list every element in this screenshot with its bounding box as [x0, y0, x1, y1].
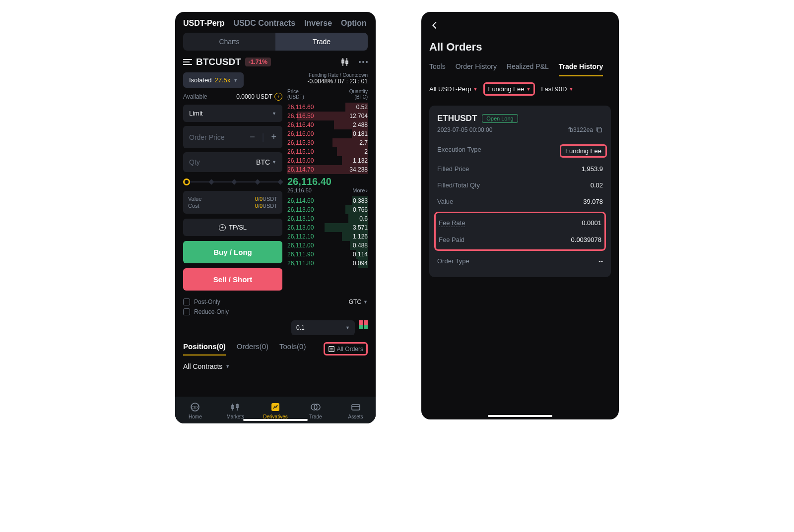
- card-timestamp: 2023-07-05 00:00:00: [437, 126, 492, 133]
- orderbook-row[interactable]: 26,115.001.132: [287, 156, 368, 165]
- card-row: Fee Paid0.0039078: [439, 232, 601, 248]
- positions-tab[interactable]: Tools(0): [279, 342, 306, 355]
- value-cost-box: Value0/0USDT Cost0/0USDT: [183, 191, 282, 214]
- card-symbol: ETHUSDT: [437, 114, 477, 123]
- copy-icon[interactable]: [596, 126, 603, 133]
- all-contracts-filter[interactable]: All Contracts▼: [175, 357, 376, 375]
- orderbook-row[interactable]: 26,113.600.766: [287, 205, 368, 214]
- pair-symbol[interactable]: BTCUSDT: [196, 57, 241, 67]
- card-row: Execution TypeFunding Fee: [437, 141, 603, 161]
- orderbook-row[interactable]: 26,111.900.114: [287, 250, 368, 259]
- history-tab[interactable]: Realized P&L: [507, 62, 549, 76]
- history-tab[interactable]: Tools: [429, 62, 446, 76]
- orderbook-panel: Funding Rate / Countdown -0.0048% / 07 :…: [287, 72, 368, 296]
- history-tab[interactable]: Trade History: [559, 62, 603, 76]
- orderbook-row[interactable]: 26,113.003.571: [287, 223, 368, 232]
- funding-label: Funding Rate / Countdown: [287, 72, 368, 78]
- funding-value: -0.0048% / 07 : 23 : 01: [287, 78, 368, 85]
- orderbook-row[interactable]: 26,112.101.126: [287, 232, 368, 241]
- add-funds-icon[interactable]: +: [274, 93, 282, 101]
- more-link[interactable]: More ›: [352, 187, 368, 193]
- segment-tab[interactable]: Charts: [183, 33, 275, 51]
- bottom-nav-item[interactable]: Derivatives: [256, 402, 296, 419]
- top-nav-tab[interactable]: USDC Contracts: [234, 19, 295, 28]
- home-indicator: [488, 415, 552, 417]
- position-side-badge: Open Long: [482, 114, 518, 123]
- orderbook-header: Price(USDT) Quantity(BTC): [287, 89, 368, 100]
- card-row: Fee Rate0.0001: [439, 215, 601, 232]
- margin-leverage-pill[interactable]: Isolated 27.5x ▼: [183, 72, 244, 88]
- orderbook-row[interactable]: 26,115.302.7: [287, 138, 368, 147]
- orderbook-row[interactable]: 26,112.000.488: [287, 241, 368, 250]
- price-step-select[interactable]: 0.1▼: [291, 320, 355, 335]
- all-orders-button[interactable]: All Orders: [324, 342, 368, 355]
- filter-dropdown[interactable]: All USDT-Perp ▼: [429, 85, 477, 93]
- home-indicator: [243, 419, 308, 421]
- top-nav-tab[interactable]: Option: [341, 19, 367, 28]
- order-price-input[interactable]: Order Price −|+: [183, 126, 282, 148]
- card-row: Order Type--: [437, 253, 603, 269]
- bottom-nav-item[interactable]: CEXHome: [175, 402, 215, 419]
- card-row: Filled Price1,953.9: [437, 161, 603, 177]
- orderbook-row[interactable]: 26,113.100.6: [287, 214, 368, 223]
- filter-dropdown[interactable]: Funding Fee ▼: [483, 82, 535, 96]
- more-icon[interactable]: [359, 61, 368, 63]
- mid-price: 26,116.40: [287, 176, 368, 187]
- trade-card: ETHUSDT Open Long 2023-07-05 00:00:00 fb…: [429, 106, 611, 277]
- phone-right: All Orders ToolsOrder HistoryRealized P&…: [421, 12, 619, 419]
- bottom-nav-item[interactable]: Assets: [335, 402, 376, 419]
- segment-tab[interactable]: Trade: [275, 33, 368, 51]
- buy-button[interactable]: Buy / Long: [183, 241, 282, 263]
- orderbook-row[interactable]: 26,115.102: [287, 147, 368, 156]
- orderbook-row[interactable]: 26,111.800.094: [287, 259, 368, 268]
- orderbook-row[interactable]: 26,114.7034.238: [287, 165, 368, 174]
- qty-slider[interactable]: [183, 178, 282, 186]
- page-title: All Orders: [421, 41, 619, 62]
- tpsl-button[interactable]: +TP/SL: [183, 219, 282, 236]
- reduce-only-checkbox[interactable]: [183, 308, 190, 315]
- minus-icon[interactable]: −: [250, 132, 255, 142]
- order-type-select[interactable]: Limit▼: [183, 105, 282, 122]
- sell-button[interactable]: Sell / Short: [183, 268, 282, 291]
- orderbook-row[interactable]: 26,116.600.52: [287, 103, 368, 112]
- history-tab[interactable]: Order History: [456, 62, 497, 76]
- menu-icon[interactable]: [183, 59, 192, 65]
- bottom-nav-item[interactable]: Trade: [295, 402, 335, 419]
- change-pct-badge: -1.71%: [245, 58, 271, 66]
- plus-icon[interactable]: +: [271, 132, 276, 142]
- positions-tab[interactable]: Positions(0): [183, 342, 226, 355]
- card-row: Value39.078: [437, 193, 603, 210]
- back-button[interactable]: [421, 12, 619, 41]
- top-nav-tab[interactable]: USDT-Perp: [183, 19, 225, 28]
- candlestick-icon[interactable]: [341, 57, 351, 67]
- card-id[interactable]: fb3122ea: [568, 126, 603, 133]
- svg-rect-18: [598, 128, 602, 132]
- filter-dropdown[interactable]: Last 90D ▼: [541, 85, 573, 93]
- top-nav-tab[interactable]: Inverse: [304, 19, 332, 28]
- orderbook-row[interactable]: 26,116.000.181: [287, 129, 368, 138]
- svg-rect-4: [329, 346, 334, 352]
- order-entry-panel: Isolated 27.5x ▼ Available 0.0000 USDT+ …: [183, 72, 287, 296]
- history-tabs: ToolsOrder HistoryRealized P&LTrade Hist…: [421, 62, 619, 82]
- svg-text:CEX: CEX: [192, 406, 199, 409]
- bottom-nav-item[interactable]: Markets: [215, 402, 256, 419]
- card-row: Filled/Total Qty0.02: [437, 177, 603, 193]
- orderbook-row[interactable]: 26,116.402.488: [287, 120, 368, 129]
- svg-rect-16: [352, 405, 360, 410]
- contract-type-tabs: USDT-PerpUSDC ContractsInverseOption: [175, 12, 376, 33]
- post-only-checkbox[interactable]: [183, 298, 190, 305]
- orderbook-row[interactable]: 26,116.5012.704: [287, 112, 368, 120]
- pair-header: BTCUSDT -1.71%: [175, 57, 376, 72]
- orderbook-layout-icon[interactable]: [359, 320, 368, 329]
- bottom-tabs: Positions(0)Orders(0)Tools(0)All Orders: [175, 335, 376, 357]
- phone-left: USDT-PerpUSDC ContractsInverseOption Cha…: [175, 12, 376, 423]
- filter-row: All USDT-Perp ▼Funding Fee ▼Last 90D ▼: [421, 82, 619, 106]
- orderbook-row[interactable]: 26,114.600.383: [287, 196, 368, 205]
- available-balance-row: Available 0.0000 USDT+: [183, 93, 282, 101]
- charts-trade-segment[interactable]: ChartsTrade: [183, 33, 368, 51]
- qty-input[interactable]: Qty BTC▼: [183, 152, 282, 172]
- positions-tab[interactable]: Orders(0): [237, 342, 268, 355]
- tif-select[interactable]: GTC▼: [349, 298, 368, 305]
